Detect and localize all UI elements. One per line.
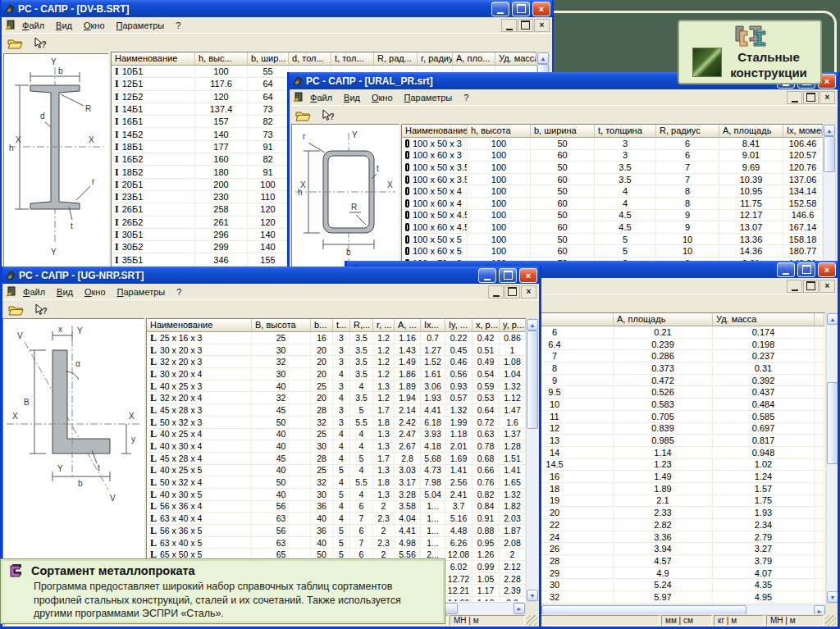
column-header[interactable]: Наименование (147, 319, 252, 332)
column-header[interactable]: Уд. масса (495, 52, 536, 66)
column-header[interactable]: h, выс... (195, 52, 248, 66)
table-row[interactable]: L40 x 25 x 54025541.33.034.731.410.661.4… (147, 465, 526, 477)
table-row[interactable]: L45 x 28 x 34528351.72.144.411.320.641.4… (147, 404, 526, 417)
column-header[interactable]: h, высота (468, 125, 531, 138)
table-row[interactable]: 100 x 50 x 4.5100504.5912.17146.6 (402, 210, 823, 222)
table-row[interactable]: 222.822.34 (493, 519, 824, 531)
mdi-close-button[interactable]: × (521, 285, 536, 299)
table-row[interactable]: L40 x 25 x 44025441.32.473.931.180.631.3… (147, 429, 526, 441)
menu-item[interactable]: Файл (17, 285, 51, 299)
table-row[interactable]: L63 x 40 x 56340572.34.981...6.260.952.0… (147, 537, 526, 549)
menu-item[interactable]: Вид (338, 91, 366, 104)
context-help-button[interactable]: ? (31, 302, 49, 317)
table-row[interactable]: 181.891.57 (493, 483, 824, 495)
table-row[interactable]: 100 x 60 x 4100604811.75152.58 (402, 198, 823, 210)
table-row[interactable]: 141.140.948 (493, 447, 824, 459)
menu-item[interactable]: Файл (16, 19, 50, 32)
close-button[interactable]: × (818, 262, 836, 277)
maximize-button[interactable] (797, 262, 815, 277)
table-row[interactable]: 6.40.2390.198 (493, 339, 824, 351)
table-row[interactable]: L56 x 36 x 456364623.581...3.70.841.82 (147, 501, 526, 513)
scroll-up-button[interactable]: ▲ (527, 319, 538, 330)
scroll-up-button[interactable]: ▲ (537, 52, 549, 64)
column-header[interactable] (815, 313, 824, 326)
menu-item[interactable]: ? (458, 91, 474, 104)
table-row[interactable]: 80.3730.31 (493, 362, 824, 375)
minimize-button[interactable] (491, 2, 509, 16)
menu-item[interactable]: Окно (78, 19, 111, 32)
column-header[interactable]: d, тол... (289, 52, 331, 66)
column-header[interactable]: B, высота (252, 319, 311, 332)
table-row[interactable]: L50 x 32 x 3503235.51.82.426.181.990.721… (147, 417, 526, 429)
table-row[interactable]: 100 x 60 x 310060369.01120.57 (402, 150, 823, 162)
maximize-button[interactable] (499, 268, 517, 283)
table-row[interactable]: 100 x 60 x 51006051014.36180.77 (402, 245, 823, 258)
menu-item[interactable]: Файл (304, 91, 338, 104)
table-row[interactable]: L50 x 32 x 4503245.51.83.177.982.560.761… (147, 476, 526, 489)
column-header[interactable]: t, тол... (331, 52, 374, 66)
scroll-down-button[interactable]: ▼ (827, 591, 838, 603)
table-row[interactable]: L32 x 20 x 3322033.51.21.491.520.460.491… (147, 356, 526, 368)
mdi-minimize-button[interactable] (787, 91, 802, 104)
scroll-right-button[interactable]: ► (514, 603, 525, 614)
mdi-minimize-button[interactable] (488, 285, 504, 299)
table-row[interactable]: 110.7050.585 (493, 411, 824, 423)
resize-grip[interactable] (527, 615, 537, 626)
scrollbar-thumb[interactable] (824, 136, 835, 172)
table-row[interactable]: L40 x 30 x 44030441.32.674.182.010.781.2… (147, 440, 526, 453)
menu-item[interactable]: ? (170, 19, 186, 32)
table-row[interactable]: 263.943.27 (493, 543, 824, 555)
column-header[interactable]: b... (311, 319, 333, 332)
column-header[interactable]: b, шир... (248, 52, 289, 66)
table-row[interactable]: 284.573.79 (493, 555, 824, 567)
table-row[interactable]: 161.491.24 (493, 471, 824, 483)
table-row[interactable]: 100 x 50 x 51005051013.36158.18 (402, 234, 823, 246)
table-row[interactable]: 100 x 50 x 3.5100503.579.69120.76 (402, 162, 823, 174)
column-header[interactable]: R, радиус (656, 125, 719, 138)
table-row[interactable]: 100 x 50 x 4100504810.95134.14 (402, 185, 823, 198)
close-button[interactable]: × (532, 2, 550, 16)
menu-item[interactable]: Параметры (112, 285, 171, 299)
column-header[interactable]: t, толщина (595, 125, 656, 138)
mdi-close-button[interactable]: × (819, 280, 835, 293)
titlebar[interactable]: PC - САПР - [UG-NRP.SRT] × (2, 267, 539, 284)
minimize-button[interactable] (777, 262, 795, 277)
table-row[interactable]: 60.210.174 (493, 326, 824, 339)
column-header[interactable]: r, радиус (418, 52, 453, 66)
table-row[interactable]: 192.11.75 (493, 495, 824, 508)
context-help-button[interactable]: ? (318, 107, 336, 123)
column-header[interactable]: R, рад... (374, 52, 418, 66)
table-row[interactable]: L30 x 20 x 3302033.51.21.431.270.450.511 (147, 344, 526, 357)
table-row[interactable]: L40 x 30 x 54030541.33.285.042.410.821.3… (147, 489, 526, 501)
titlebar[interactable]: PC - САПР - [DV-B.SRT] × (2, 0, 552, 17)
column-header[interactable]: Уд. масса (713, 313, 815, 326)
menu-item[interactable]: Вид (50, 19, 78, 32)
table-row[interactable]: L45 x 28 x 44528451.72.85.681.690.681.51 (147, 453, 526, 465)
menu-item[interactable]: Вид (51, 285, 79, 299)
column-header[interactable]: Наименование (402, 125, 468, 138)
table-row[interactable]: 100.5830.484 (493, 399, 824, 411)
mdi-minimize-button[interactable] (787, 280, 802, 293)
column-header[interactable]: A, площадь (719, 125, 783, 138)
table-row[interactable]: 294.94.07 (493, 567, 824, 580)
table-row[interactable]: L63 x 40 x 46340472.34.041...5.160.912.0… (147, 513, 526, 525)
mdi-minimize-button[interactable] (501, 19, 517, 32)
resize-grip[interactable] (825, 615, 836, 626)
column-header[interactable]: Iy, ... (445, 319, 472, 332)
column-header[interactable]: R,... (350, 319, 373, 332)
open-file-button[interactable] (294, 107, 312, 123)
table-row[interactable]: 70.2860.237 (493, 350, 824, 362)
table-row[interactable]: L25 x 16 x 3251633.51.21.160.70.220.420.… (147, 332, 526, 344)
column-header[interactable]: Ix... (421, 319, 445, 332)
mdi-close-button[interactable]: × (819, 91, 835, 104)
table-row[interactable]: 305.244.35 (493, 579, 824, 591)
column-header[interactable]: r, ... (373, 319, 395, 332)
column-header[interactable]: b, ширина (531, 125, 595, 138)
column-header[interactable]: x, p... (472, 319, 500, 332)
menu-item[interactable]: ? (171, 285, 187, 299)
column-header[interactable]: Наименование (112, 52, 195, 66)
menu-item[interactable]: Параметры (399, 91, 459, 104)
table-row[interactable]: L40 x 25 x 34025341.31.893.060.930.591.3… (147, 381, 526, 393)
scrollbar-thumb[interactable] (527, 330, 538, 429)
table-row[interactable]: 90.4720.392 (493, 375, 824, 387)
